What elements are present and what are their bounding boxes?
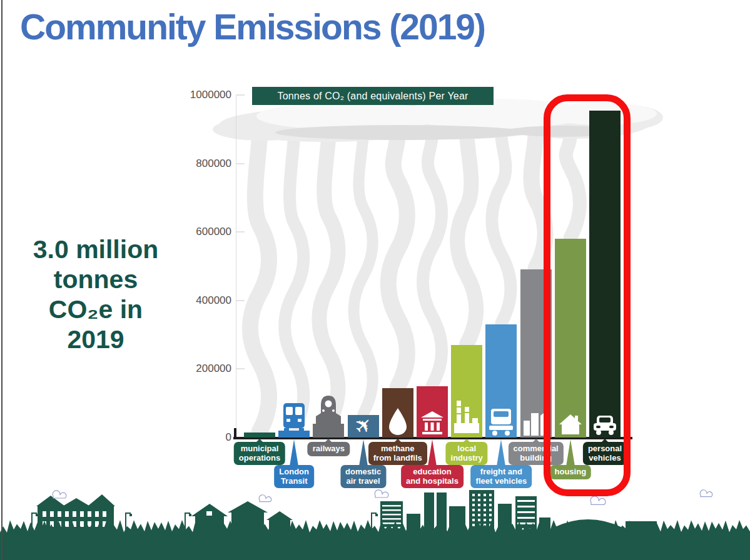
label-methane-from-landfils: methane from landfils (368, 442, 427, 465)
slide: Community Emissions (2019) 3.0 million t… (0, 0, 750, 560)
bar-domestic-air-travel: ✈ (348, 415, 379, 438)
window (472, 514, 475, 516)
window (50, 511, 54, 517)
window (478, 504, 480, 506)
window (472, 504, 475, 506)
bar-railways (313, 424, 344, 438)
window (472, 524, 475, 526)
chart-title-badge: Tonnes of CO₂ (and equivalents) Per Year (252, 87, 494, 105)
window (472, 499, 475, 501)
plane-icon: ✈ (355, 415, 372, 436)
skyline-shape (125, 512, 131, 514)
city-skyline-illustration (0, 488, 750, 560)
y-tick-label: 1000000 (178, 89, 231, 101)
y-tick-label: 200000 (178, 362, 231, 375)
skyline-shape (36, 514, 38, 516)
label-domestic-air-travel: domestic air travel (340, 465, 386, 488)
bank-icon (420, 411, 445, 436)
window (58, 511, 61, 517)
window (484, 504, 486, 506)
label-pointer-freight-and-fleet-vehicles (497, 439, 505, 466)
annotation-line: tonnes (15, 265, 176, 295)
train-icon (314, 394, 343, 425)
skyline-shape (63, 498, 90, 506)
window (517, 511, 535, 513)
label-pointer-london-transit (290, 439, 298, 466)
window (80, 511, 84, 517)
window (382, 518, 401, 520)
y-tick-mark (236, 94, 245, 96)
window (489, 499, 492, 501)
bar-local-industry (451, 345, 482, 438)
label-pointer-education-and-hospitals (428, 439, 437, 466)
bar-education-and-hospitals (417, 386, 448, 438)
window (65, 521, 69, 527)
window (478, 499, 480, 501)
y-tick-label: 0 (178, 431, 231, 444)
factory-icon (453, 399, 480, 436)
bar-methane-from-landfils (382, 388, 413, 438)
window (88, 511, 91, 517)
window (472, 519, 475, 521)
window (484, 519, 486, 521)
window (43, 511, 46, 517)
window (484, 499, 486, 501)
window (382, 522, 401, 524)
window (489, 494, 492, 496)
label-education-and-hospitals: education and hospitals (401, 465, 464, 488)
cloud-icon (53, 491, 66, 498)
y-tick-mark (236, 300, 245, 301)
label-railways: railways (308, 442, 350, 456)
y-tick-label: 800000 (178, 158, 231, 170)
highlight-box (544, 94, 631, 496)
window (80, 521, 84, 527)
label-freight-and-fleet-vehicles: freight and fleet vehicles (471, 465, 532, 488)
skyline-shape (266, 511, 293, 520)
skyline-shape (228, 501, 268, 512)
window (478, 509, 480, 511)
label-pointer-domestic-air-travel (359, 439, 368, 466)
window (73, 511, 76, 517)
window (95, 511, 99, 517)
y-tick-mark (236, 231, 245, 232)
droplet-icon (387, 407, 409, 436)
y-tick-label: 600000 (178, 226, 231, 238)
cloud-icon (375, 490, 388, 498)
window (472, 494, 475, 496)
cloud-icon (700, 490, 712, 497)
bar-freight-and-fleet-vehicles (485, 324, 517, 438)
window (206, 511, 212, 516)
window (478, 519, 480, 521)
annotation-line: CO₂e in (15, 295, 176, 325)
annotation-line: 3.0 million (15, 235, 176, 265)
label-municipal-operations: municipal operations (234, 442, 285, 465)
cloud-icon (259, 495, 271, 502)
skyline-shape (189, 514, 191, 516)
bar-municipal-operations (244, 432, 275, 438)
window (484, 509, 486, 511)
truck-icon (487, 407, 515, 436)
y-tick-mark (236, 368, 245, 369)
window (489, 504, 492, 506)
skyline-shape (375, 514, 378, 516)
page-title: Community Emissions (2019) (20, 6, 485, 48)
window (489, 519, 492, 521)
y-tick-label: 400000 (178, 294, 231, 307)
window (65, 511, 69, 517)
skyline-shape (185, 512, 190, 514)
skyline-shape (31, 512, 37, 514)
window (478, 494, 480, 496)
window (382, 509, 401, 511)
label-local-industry: local industry (446, 442, 488, 465)
window (472, 509, 475, 511)
annotation-line: 2019 (15, 325, 176, 355)
total-emissions-callout: 3.0 million tonnes CO₂e in 2019 (15, 235, 176, 355)
skyline-shape (88, 494, 115, 506)
window (382, 505, 401, 507)
window (382, 514, 401, 516)
label-london-transit: London Transit (274, 465, 314, 488)
window (489, 509, 492, 511)
y-axis-line (236, 95, 236, 438)
ground (0, 544, 750, 560)
bar-london-transit (278, 431, 310, 438)
